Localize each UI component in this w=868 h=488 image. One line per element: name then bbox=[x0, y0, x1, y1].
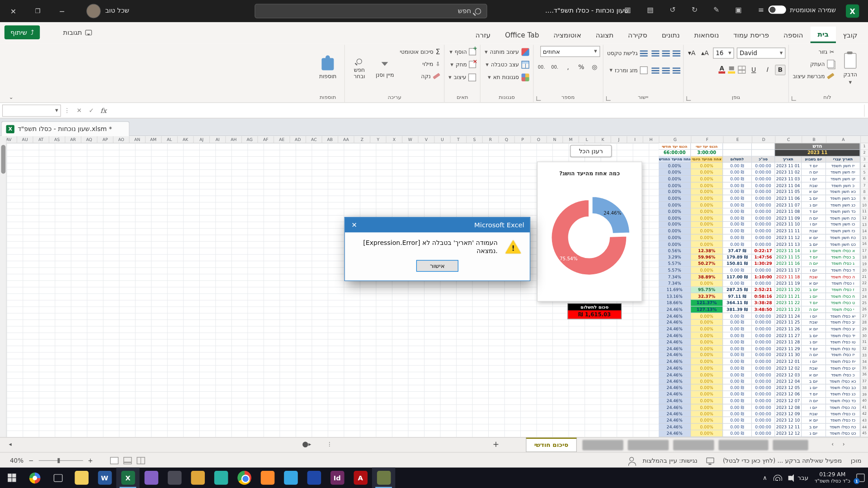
edit-icon[interactable]: ✎ bbox=[713, 5, 719, 14]
cell-monthly-percent[interactable]: 24.46% bbox=[659, 385, 690, 391]
window-close-button[interactable]: ✕ bbox=[2, 0, 24, 22]
dialog-close-icon[interactable]: ✕ bbox=[345, 221, 364, 229]
user-avatar[interactable] bbox=[86, 4, 101, 19]
cell-payment[interactable]: ₪ 0.00 bbox=[722, 411, 751, 417]
cell-date[interactable]: 25 11 2023 bbox=[774, 319, 801, 326]
column-header[interactable]: AL bbox=[161, 136, 177, 143]
new-sheet-button[interactable]: + bbox=[493, 440, 499, 449]
cell-monthly-percent[interactable]: 0.00% bbox=[659, 189, 690, 195]
column-header[interactable]: Y bbox=[370, 136, 386, 143]
column-header[interactable]: AT bbox=[33, 136, 49, 143]
taskbar-app-media-app[interactable] bbox=[372, 468, 395, 488]
cell-total-time[interactable]: 0:00:00 bbox=[751, 385, 774, 391]
autosum-button[interactable]: Σסיכום אוטומטי bbox=[399, 46, 441, 58]
format-painter-button[interactable]: מברשת עיצוב bbox=[792, 70, 835, 82]
cell-date[interactable]: 06 11 2023 bbox=[774, 196, 801, 202]
cell-monthly-percent[interactable]: 0.00% bbox=[659, 196, 690, 202]
cell-weekday[interactable]: יום ד bbox=[801, 163, 826, 169]
cell-date[interactable]: 13 11 2023 bbox=[774, 241, 801, 248]
cell-monthly-percent[interactable]: 3.29% bbox=[659, 254, 690, 261]
borders-icon[interactable] bbox=[738, 66, 745, 74]
comments-button[interactable]: תגובות bbox=[57, 25, 97, 39]
cell-hebrew-date[interactable]: כא חשון תשפד bbox=[826, 189, 860, 195]
taskbar-app-browser[interactable] bbox=[232, 468, 255, 488]
align-bottom-icon[interactable] bbox=[651, 50, 659, 56]
cell-hebrew-date[interactable]: כ חשון תשפד bbox=[826, 183, 860, 189]
cell-total-time[interactable]: 0:00:00 bbox=[751, 418, 774, 424]
cell-total-time[interactable]: 0:00:00 bbox=[751, 339, 774, 345]
cell-payment[interactable]: ₪ 0.00 bbox=[722, 431, 751, 437]
cell-month[interactable]: 11 2023 bbox=[774, 150, 860, 156]
copy-button[interactable]: העתק bbox=[792, 58, 835, 70]
row-header[interactable]: 18 bbox=[861, 254, 868, 261]
row-header[interactable]: 35 bbox=[861, 365, 868, 371]
column-header[interactable]: AM bbox=[145, 136, 161, 143]
cell-total-time[interactable]: 0:00:00 bbox=[751, 326, 774, 333]
undo-icon[interactable]: ↺ bbox=[670, 5, 675, 14]
column-header[interactable]: C bbox=[775, 136, 802, 143]
cell-monthly-percent[interactable]: 0.00% bbox=[659, 241, 690, 248]
cell-hebrew-date[interactable]: יב כסלו תשפד bbox=[826, 319, 860, 326]
cell-daily-percent[interactable]: 0.00% bbox=[690, 235, 722, 241]
cell-hebrew-date[interactable]: כט כסלו תשפד bbox=[826, 431, 860, 437]
row-header[interactable]: 40 bbox=[861, 398, 868, 404]
cell-total-time[interactable]: 1:47:56 bbox=[751, 254, 774, 261]
column-header[interactable]: O bbox=[530, 136, 547, 143]
cell-monthly-percent[interactable]: 0.00% bbox=[659, 215, 690, 221]
cell-weekday[interactable]: יום ד bbox=[801, 300, 826, 306]
cell-hebrew-date[interactable]: יז כסלו תשפד bbox=[826, 352, 860, 358]
cell-hebrew-date[interactable]: כה חשון תשפד bbox=[826, 215, 860, 221]
cell-monthly-percent[interactable]: 0.00% bbox=[659, 169, 690, 176]
cell-total-time[interactable]: 0:00:00 bbox=[751, 235, 774, 241]
cell-hebrew-date[interactable]: ט כסלו תשפד bbox=[826, 300, 860, 306]
autosave-toggle[interactable]: שמירה אוטומטית bbox=[769, 5, 836, 14]
cell-weekday[interactable]: שבת bbox=[801, 319, 826, 326]
cell-weekday[interactable]: יום ו bbox=[801, 176, 826, 182]
cell-daily-percent[interactable]: 0.00% bbox=[690, 215, 722, 221]
cell-hebrew-date[interactable]: יח כסלו תשפד bbox=[826, 359, 860, 365]
cell-payment[interactable]: ₪ 0.00 bbox=[722, 319, 751, 326]
cell-weekday[interactable]: יום ג bbox=[801, 293, 826, 300]
taskbar-app-acrobat[interactable]: A bbox=[349, 468, 372, 488]
cell-total-time[interactable]: 0:00:00 bbox=[751, 431, 774, 437]
cell-weekday[interactable]: יום א bbox=[801, 372, 826, 378]
chart-card[interactable]: כמה אחוז מהיעד הושג? 24.46%75.54% bbox=[537, 162, 642, 302]
column-header[interactable]: AG bbox=[241, 136, 258, 143]
cell-payment[interactable]: ₪ 0.00 bbox=[722, 398, 751, 404]
cell-payment[interactable]: ₪ 0.00 bbox=[722, 202, 751, 208]
cell-payment[interactable]: ₪ 0.00 bbox=[722, 365, 751, 371]
row-header[interactable]: 10 bbox=[861, 202, 868, 208]
cell-date[interactable]: 20 11 2023 bbox=[774, 287, 801, 293]
cell-weekday[interactable]: שבת bbox=[801, 183, 826, 189]
cell-total-time[interactable]: 0:00:00 bbox=[751, 209, 774, 215]
insert-function-icon[interactable]: fx bbox=[98, 107, 110, 114]
column-header[interactable]: J bbox=[611, 136, 627, 143]
column-header[interactable]: AP bbox=[97, 136, 113, 143]
format-cells-button[interactable]: עיצוב▼ bbox=[448, 71, 478, 83]
cell-monthly-percent[interactable]: 11.69% bbox=[659, 287, 690, 293]
redo-icon[interactable]: ↻ bbox=[692, 5, 698, 14]
scroll-sheets-left-icon[interactable]: ◂ bbox=[9, 441, 12, 447]
redacted-sheet-tab[interactable] bbox=[628, 440, 669, 450]
cell-payment[interactable]: ₪ 0.00 bbox=[722, 418, 751, 424]
row-header[interactable]: 2 bbox=[861, 150, 868, 156]
column-header[interactable]: H bbox=[643, 136, 659, 143]
cell-hebrew-date[interactable]: כז חשון תשפד bbox=[826, 228, 860, 235]
row-header[interactable]: 1 bbox=[861, 143, 868, 150]
cell-total-time[interactable]: 0:58:16 bbox=[751, 293, 774, 300]
font-size-select[interactable]: 16▼ bbox=[713, 47, 734, 58]
active-sheet-tab[interactable]: סיכום חודשי bbox=[526, 438, 576, 452]
column-header[interactable]: K bbox=[594, 136, 611, 143]
tab-insert[interactable]: הוספה bbox=[776, 27, 811, 43]
taskbar-search-button[interactable] bbox=[23, 468, 46, 488]
cell-daily-percent[interactable]: 0.00% bbox=[690, 378, 722, 385]
cell-payment[interactable]: ₪ 0.00 bbox=[722, 359, 751, 365]
cell-daily-percent[interactable]: 0.00% bbox=[690, 280, 722, 286]
cell-date[interactable]: 30 11 2023 bbox=[774, 352, 801, 358]
wrap-text-button[interactable]: גלישת טקסט bbox=[606, 47, 649, 59]
cell-hebrew-date[interactable]: כו כסלו תשפד bbox=[826, 411, 860, 417]
align-top-icon[interactable] bbox=[673, 50, 680, 56]
cell-total-time[interactable]: 0:00:00 bbox=[751, 372, 774, 378]
column-header[interactable]: S bbox=[466, 136, 482, 143]
cell-monthly-percent[interactable]: 24.46% bbox=[659, 306, 690, 313]
